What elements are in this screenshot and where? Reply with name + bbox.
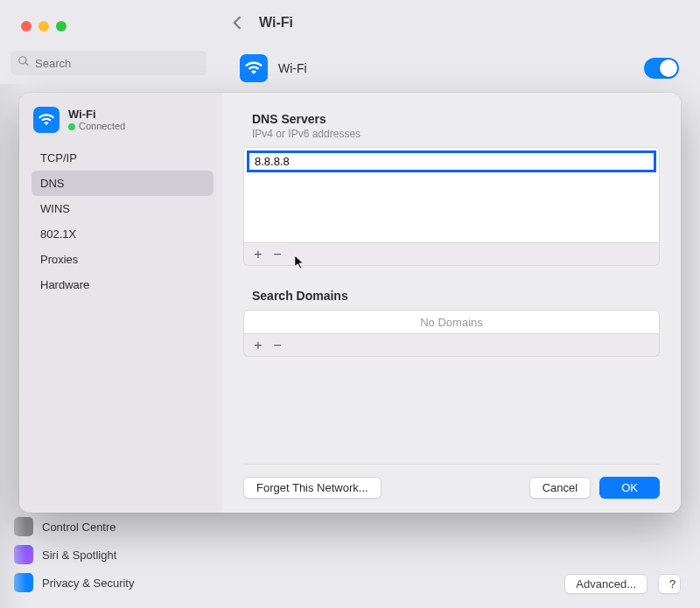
advanced-button[interactable]: Advanced...: [564, 574, 648, 594]
forget-network-button[interactable]: Forget This Network...: [243, 477, 382, 499]
search-input[interactable]: [35, 57, 200, 70]
sheet-footer: Forget This Network... Cancel OK: [243, 464, 660, 499]
tab-wins[interactable]: WINS: [32, 196, 214, 221]
add-dns-button[interactable]: +: [249, 248, 267, 262]
cancel-button[interactable]: Cancel: [529, 477, 591, 499]
remove-dns-button[interactable]: −: [269, 248, 286, 262]
help-button[interactable]: ?: [658, 574, 681, 594]
sidebar-item-label: Privacy & Security: [42, 577, 134, 590]
wifi-toggle[interactable]: [644, 58, 679, 79]
back-icon[interactable]: [229, 14, 247, 31]
window-traffic-lights: [21, 21, 66, 31]
dns-entry-input[interactable]: [249, 153, 654, 170]
sheet-main: DNS Servers IPv4 or IPv6 addresses + − S…: [222, 93, 681, 513]
sidebar-item-label: Control Centre: [42, 521, 116, 534]
settings-header: Wi-Fi: [229, 14, 682, 31]
interface-status: Connected: [68, 121, 125, 132]
wifi-icon: [33, 107, 60, 133]
remove-domain-button[interactable]: −: [269, 339, 286, 353]
search-domains-list[interactable]: No Domains: [243, 310, 660, 334]
tab-proxies[interactable]: Proxies: [32, 247, 214, 272]
search-icon: [18, 55, 30, 71]
dns-servers-title: DNS Servers: [252, 112, 660, 126]
add-domain-button[interactable]: +: [249, 339, 267, 353]
sheet-tab-list: TCP/IP DNS WINS 802.1X Proxies Hardware: [32, 145, 214, 297]
status-dot-icon: [68, 123, 75, 130]
wifi-icon: [240, 54, 268, 82]
wifi-master-row: Wi-Fi: [240, 54, 679, 82]
tab-tcpip[interactable]: TCP/IP: [32, 145, 214, 171]
ok-button[interactable]: OK: [599, 477, 660, 499]
search-domains-title: Search Domains: [252, 289, 660, 303]
tab-dns[interactable]: DNS: [32, 171, 214, 196]
tab-hardware[interactable]: Hardware: [32, 272, 214, 297]
sidebar-item-control-centre[interactable]: Control Centre: [10, 513, 215, 541]
dns-servers-subtitle: IPv4 or IPv6 addresses: [252, 128, 660, 140]
sheet-sidebar-header: Wi-Fi Connected: [33, 107, 214, 133]
close-window-button[interactable]: [21, 21, 32, 31]
maximize-window-button[interactable]: [56, 21, 66, 31]
network-advanced-sheet: Wi-Fi Connected TCP/IP DNS WINS 802.1X P…: [19, 93, 681, 513]
dns-entry-editing[interactable]: [247, 150, 656, 172]
settings-search[interactable]: [10, 51, 206, 75]
tab-8021x[interactable]: 802.1X: [32, 221, 214, 247]
search-domains-toolbar: + −: [243, 334, 660, 357]
search-domains-empty: No Domains: [420, 316, 483, 329]
sidebar-item-privacy[interactable]: Privacy & Security: [10, 569, 215, 597]
wifi-label: Wi-Fi: [278, 61, 307, 75]
interface-name: Wi-Fi: [68, 108, 125, 122]
sheet-sidebar: Wi-Fi Connected TCP/IP DNS WINS 802.1X P…: [19, 93, 222, 513]
sidebar-item-siri[interactable]: Siri & Spotlight: [10, 541, 215, 569]
dns-servers-list[interactable]: [243, 147, 660, 243]
sidebar-item-label: Siri & Spotlight: [42, 549, 116, 562]
page-title: Wi-Fi: [259, 15, 293, 31]
dns-list-toolbar: + −: [243, 243, 660, 266]
minimize-window-button[interactable]: [38, 21, 49, 31]
